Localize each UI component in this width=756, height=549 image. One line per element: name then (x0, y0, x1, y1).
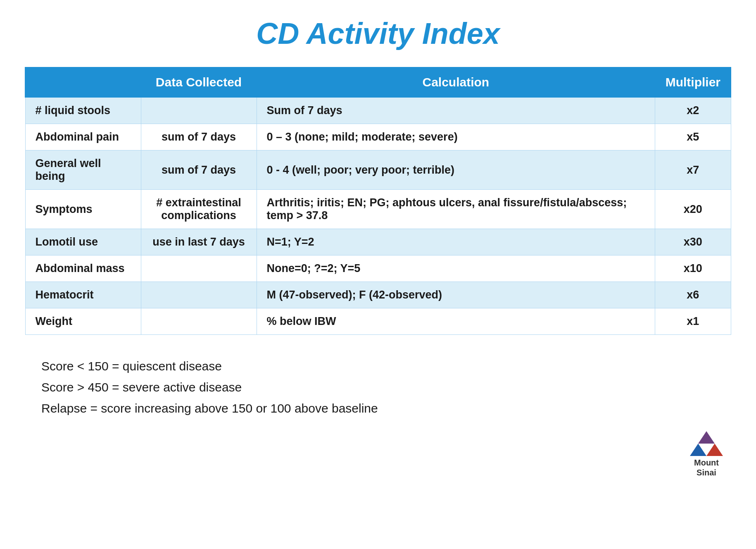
row-multiplier: x20 (655, 190, 731, 229)
row-data-collected: use in last 7 days (141, 229, 257, 255)
row-multiplier: x2 (655, 97, 731, 124)
svg-marker-0 (698, 431, 715, 444)
table-row: Lomotil useuse in last 7 daysN=1; Y=2x30 (25, 229, 731, 255)
row-label: Weight (25, 308, 141, 335)
row-calculation: N=1; Y=2 (257, 229, 655, 255)
row-multiplier: x5 (655, 124, 731, 150)
row-data-collected: sum of 7 days (141, 150, 257, 190)
header-data-collected: Data Collected (141, 67, 257, 97)
footer-note-1: Score < 150 = quiescent disease (41, 356, 731, 377)
row-data-collected: # extraintestinal complications (141, 190, 257, 229)
row-calculation: Arthritis; iritis; EN; PG; aphtous ulcer… (257, 190, 655, 229)
footer-note-2: Score > 450 = severe active disease (41, 377, 731, 398)
row-multiplier: x7 (655, 150, 731, 190)
row-label: General well being (25, 150, 141, 190)
row-data-collected (141, 282, 257, 308)
table-row: Abdominal massNone=0; ?=2; Y=5x10 (25, 255, 731, 282)
row-label: Hematocrit (25, 282, 141, 308)
header-calculation: Calculation (257, 67, 655, 97)
header-multiplier: Multiplier (655, 67, 731, 97)
table-row: HematocritM (47-observed); F (42-observe… (25, 282, 731, 308)
mount-sinai-label: MountSinai (694, 458, 719, 477)
row-data-collected (141, 97, 257, 124)
row-calculation: Sum of 7 days (257, 97, 655, 124)
table-row: Symptoms# extraintestinal complicationsA… (25, 190, 731, 229)
page-title: CD Activity Index (256, 17, 499, 50)
row-multiplier: x30 (655, 229, 731, 255)
table-row: Weight% below IBWx1 (25, 308, 731, 335)
row-multiplier: x10 (655, 255, 731, 282)
row-data-collected (141, 308, 257, 335)
row-calculation: M (47-observed); F (42-observed) (257, 282, 655, 308)
mount-sinai-logo-icon (690, 431, 723, 456)
row-label: Symptoms (25, 190, 141, 229)
row-calculation: % below IBW (257, 308, 655, 335)
footer-notes: Score < 150 = quiescent disease Score > … (25, 356, 731, 419)
table-row: Abdominal painsum of 7 days0 – 3 (none; … (25, 124, 731, 150)
row-calculation: None=0; ?=2; Y=5 (257, 255, 655, 282)
row-multiplier: x1 (655, 308, 731, 335)
cd-activity-table: Data Collected Calculation Multiplier # … (25, 67, 731, 335)
row-data-collected: sum of 7 days (141, 124, 257, 150)
footer-note-3: Relapse = score increasing above 150 or … (41, 398, 731, 419)
row-label: Abdominal mass (25, 255, 141, 282)
row-label: Lomotil use (25, 229, 141, 255)
table-row: # liquid stoolsSum of 7 daysx2 (25, 97, 731, 124)
row-label: # liquid stools (25, 97, 141, 124)
svg-marker-1 (690, 444, 706, 456)
row-calculation: 0 - 4 (well; poor; very poor; terrible) (257, 150, 655, 190)
row-calculation: 0 – 3 (none; mild; moderate; severe) (257, 124, 655, 150)
header-label (25, 67, 141, 97)
mount-sinai-logo: MountSinai (690, 431, 723, 477)
footer-bottom: MountSinai (25, 431, 731, 477)
row-label: Abdominal pain (25, 124, 141, 150)
row-multiplier: x6 (655, 282, 731, 308)
table-row: General well beingsum of 7 days0 - 4 (we… (25, 150, 731, 190)
row-data-collected (141, 255, 257, 282)
svg-marker-2 (706, 444, 723, 456)
